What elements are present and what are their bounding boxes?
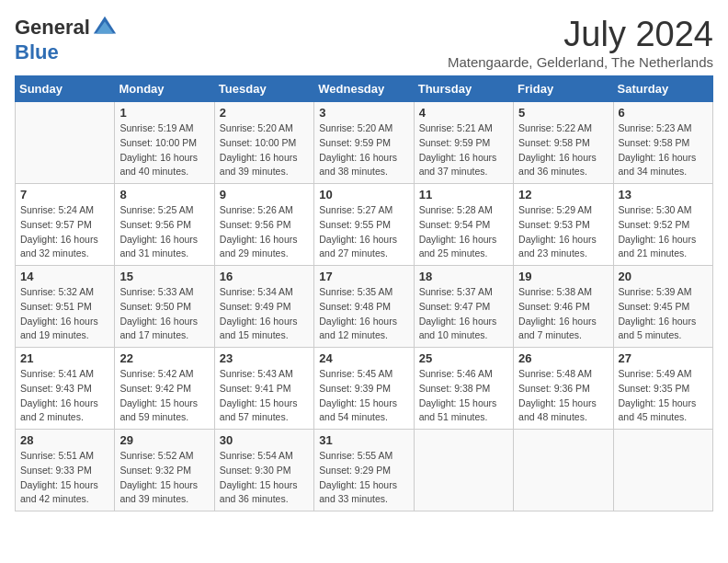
calendar-cell: 15Sunrise: 5:33 AM Sunset: 9:50 PM Dayli… <box>115 266 214 348</box>
day-number: 29 <box>119 433 209 447</box>
calendar-cell: 20Sunrise: 5:39 AM Sunset: 9:45 PM Dayli… <box>613 266 712 348</box>
day-number: 1 <box>119 106 209 120</box>
day-number: 16 <box>220 270 309 283</box>
day-info: Sunrise: 5:38 AM Sunset: 9:46 PM Dayligh… <box>518 285 608 343</box>
day-info: Sunrise: 5:46 AM Sunset: 9:38 PM Dayligh… <box>419 367 508 425</box>
day-info: Sunrise: 5:33 AM Sunset: 9:50 PM Dayligh… <box>119 285 209 343</box>
day-number: 7 <box>20 188 109 201</box>
day-number: 9 <box>220 188 309 201</box>
header-tuesday: Tuesday <box>214 76 313 102</box>
calendar-cell: 23Sunrise: 5:43 AM Sunset: 9:41 PM Dayli… <box>214 348 313 430</box>
calendar-cell: 17Sunrise: 5:35 AM Sunset: 9:48 PM Dayli… <box>314 266 414 348</box>
day-info: Sunrise: 5:27 AM Sunset: 9:55 PM Dayligh… <box>319 203 408 261</box>
day-info: Sunrise: 5:29 AM Sunset: 9:53 PM Dayligh… <box>518 203 608 261</box>
page-header: General Blue July 2024 Matengaarde, Geld… <box>15 15 713 70</box>
day-info: Sunrise: 5:51 AM Sunset: 9:33 PM Dayligh… <box>20 449 109 507</box>
calendar-week-row: 1Sunrise: 5:19 AM Sunset: 10:00 PM Dayli… <box>16 102 713 184</box>
day-number: 11 <box>419 188 508 201</box>
day-number: 31 <box>319 433 408 447</box>
day-number: 12 <box>518 188 608 201</box>
calendar-cell: 11Sunrise: 5:28 AM Sunset: 9:54 PM Dayli… <box>414 184 513 266</box>
day-info: Sunrise: 5:24 AM Sunset: 9:57 PM Dayligh… <box>20 203 109 261</box>
day-number: 25 <box>419 351 508 365</box>
calendar-cell: 1Sunrise: 5:19 AM Sunset: 10:00 PM Dayli… <box>115 102 214 184</box>
calendar-cell: 18Sunrise: 5:37 AM Sunset: 9:47 PM Dayli… <box>414 266 513 348</box>
calendar-cell: 25Sunrise: 5:46 AM Sunset: 9:38 PM Dayli… <box>414 348 513 430</box>
calendar-cell: 27Sunrise: 5:49 AM Sunset: 9:35 PM Dayli… <box>613 348 712 430</box>
calendar-cell: 12Sunrise: 5:29 AM Sunset: 9:53 PM Dayli… <box>514 184 613 266</box>
day-info: Sunrise: 5:55 AM Sunset: 9:29 PM Dayligh… <box>319 449 408 507</box>
day-number: 10 <box>319 188 408 201</box>
day-info: Sunrise: 5:22 AM Sunset: 9:58 PM Dayligh… <box>518 121 608 179</box>
day-number: 6 <box>619 106 708 120</box>
calendar-cell: 14Sunrise: 5:32 AM Sunset: 9:51 PM Dayli… <box>16 266 115 348</box>
calendar-cell: 6Sunrise: 5:23 AM Sunset: 9:58 PM Daylig… <box>613 102 712 184</box>
calendar-table: SundayMondayTuesdayWednesdayThursdayFrid… <box>15 75 713 511</box>
day-number: 17 <box>319 270 408 283</box>
calendar-week-row: 14Sunrise: 5:32 AM Sunset: 9:51 PM Dayli… <box>16 266 713 348</box>
calendar-cell: 26Sunrise: 5:48 AM Sunset: 9:36 PM Dayli… <box>514 348 613 430</box>
day-number: 3 <box>319 106 408 120</box>
day-info: Sunrise: 5:49 AM Sunset: 9:35 PM Dayligh… <box>619 367 708 425</box>
calendar-week-row: 21Sunrise: 5:41 AM Sunset: 9:43 PM Dayli… <box>16 348 713 430</box>
day-number: 30 <box>220 433 309 447</box>
location-title: Matengaarde, Gelderland, The Netherlands <box>448 54 713 70</box>
day-number: 5 <box>518 106 608 120</box>
day-info: Sunrise: 5:30 AM Sunset: 9:52 PM Dayligh… <box>619 203 708 261</box>
header-saturday: Saturday <box>613 76 712 102</box>
logo: General Blue <box>15 15 118 64</box>
day-info: Sunrise: 5:23 AM Sunset: 9:58 PM Dayligh… <box>619 121 708 179</box>
calendar-cell: 13Sunrise: 5:30 AM Sunset: 9:52 PM Dayli… <box>613 184 712 266</box>
day-number: 22 <box>119 351 209 365</box>
day-info: Sunrise: 5:32 AM Sunset: 9:51 PM Dayligh… <box>20 285 109 343</box>
month-title: July 2024 <box>448 15 713 54</box>
day-info: Sunrise: 5:20 AM Sunset: 9:59 PM Dayligh… <box>319 121 408 179</box>
day-info: Sunrise: 5:28 AM Sunset: 9:54 PM Dayligh… <box>419 203 508 261</box>
calendar-cell: 9Sunrise: 5:26 AM Sunset: 9:56 PM Daylig… <box>214 184 313 266</box>
calendar-cell: 24Sunrise: 5:45 AM Sunset: 9:39 PM Dayli… <box>314 348 414 430</box>
calendar-cell: 10Sunrise: 5:27 AM Sunset: 9:55 PM Dayli… <box>314 184 414 266</box>
day-info: Sunrise: 5:45 AM Sunset: 9:39 PM Dayligh… <box>319 367 408 425</box>
calendar-cell: 5Sunrise: 5:22 AM Sunset: 9:58 PM Daylig… <box>514 102 613 184</box>
day-number: 15 <box>119 270 209 283</box>
day-info: Sunrise: 5:48 AM Sunset: 9:36 PM Dayligh… <box>518 367 608 425</box>
calendar-cell: 28Sunrise: 5:51 AM Sunset: 9:33 PM Dayli… <box>16 430 115 511</box>
day-number: 28 <box>20 433 109 447</box>
calendar-week-row: 28Sunrise: 5:51 AM Sunset: 9:33 PM Dayli… <box>16 430 713 511</box>
day-info: Sunrise: 5:25 AM Sunset: 9:56 PM Dayligh… <box>119 203 209 261</box>
day-info: Sunrise: 5:42 AM Sunset: 9:42 PM Dayligh… <box>119 367 209 425</box>
logo-blue-text: Blue <box>15 40 59 64</box>
day-number: 23 <box>220 351 309 365</box>
calendar-cell: 29Sunrise: 5:52 AM Sunset: 9:32 PM Dayli… <box>115 430 214 511</box>
day-number: 8 <box>119 188 209 201</box>
calendar-cell: 22Sunrise: 5:42 AM Sunset: 9:42 PM Dayli… <box>115 348 214 430</box>
calendar-cell: 2Sunrise: 5:20 AM Sunset: 10:00 PM Dayli… <box>214 102 313 184</box>
calendar-cell: 4Sunrise: 5:21 AM Sunset: 9:59 PM Daylig… <box>414 102 513 184</box>
day-info: Sunrise: 5:54 AM Sunset: 9:30 PM Dayligh… <box>220 449 309 507</box>
day-info: Sunrise: 5:52 AM Sunset: 9:32 PM Dayligh… <box>119 449 209 507</box>
day-number: 21 <box>20 351 109 365</box>
day-info: Sunrise: 5:37 AM Sunset: 9:47 PM Dayligh… <box>419 285 508 343</box>
calendar-cell: 7Sunrise: 5:24 AM Sunset: 9:57 PM Daylig… <box>16 184 115 266</box>
calendar-cell: 31Sunrise: 5:55 AM Sunset: 9:29 PM Dayli… <box>314 430 414 511</box>
day-number: 24 <box>319 351 408 365</box>
day-number: 27 <box>619 351 708 365</box>
day-info: Sunrise: 5:34 AM Sunset: 9:49 PM Dayligh… <box>220 285 309 343</box>
header-sunday: Sunday <box>16 76 115 102</box>
header-thursday: Thursday <box>414 76 513 102</box>
logo-general-text: General <box>15 16 90 40</box>
day-number: 4 <box>419 106 508 120</box>
calendar-week-row: 7Sunrise: 5:24 AM Sunset: 9:57 PM Daylig… <box>16 184 713 266</box>
day-number: 13 <box>619 188 708 201</box>
day-info: Sunrise: 5:39 AM Sunset: 9:45 PM Dayligh… <box>619 285 708 343</box>
day-info: Sunrise: 5:43 AM Sunset: 9:41 PM Dayligh… <box>220 367 309 425</box>
calendar-cell <box>16 102 115 184</box>
day-number: 19 <box>518 270 608 283</box>
header-friday: Friday <box>514 76 613 102</box>
day-number: 18 <box>419 270 508 283</box>
day-number: 14 <box>20 270 109 283</box>
day-number: 20 <box>619 270 708 283</box>
calendar-header-row: SundayMondayTuesdayWednesdayThursdayFrid… <box>16 76 713 102</box>
calendar-cell: 30Sunrise: 5:54 AM Sunset: 9:30 PM Dayli… <box>214 430 313 511</box>
day-info: Sunrise: 5:19 AM Sunset: 10:00 PM Daylig… <box>119 121 209 179</box>
